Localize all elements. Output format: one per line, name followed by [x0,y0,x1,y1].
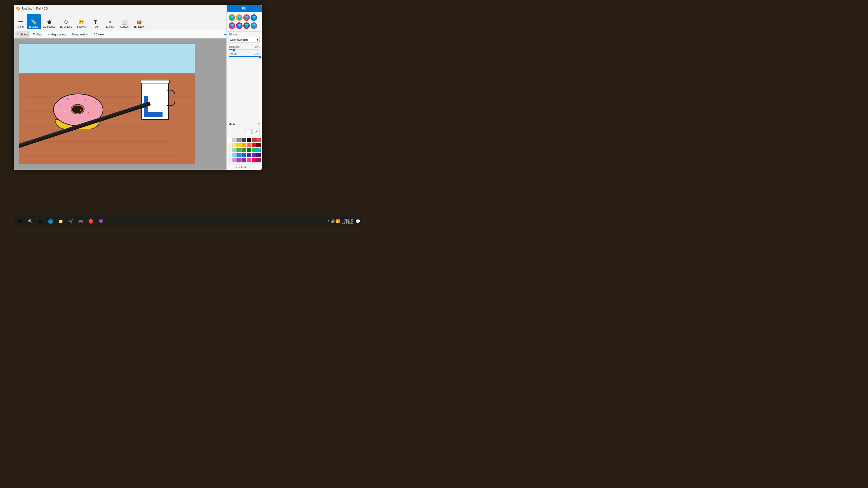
eyedropper-button[interactable]: 💉 [253,128,260,135]
swatch-beige[interactable] [228,143,232,147]
taskbar-store[interactable]: 🛒 [66,217,75,226]
taskbar-paint3d[interactable]: 🔴 [86,217,95,226]
grain-11 [19,156,177,157]
tab-stickers[interactable]: 😊 Stickers [74,14,88,29]
drawing-canvas[interactable] [19,43,195,164]
swatch-darkgray[interactable] [242,138,246,142]
opacity-handle[interactable] [258,55,261,59]
menu-button[interactable]: Menu [15,20,26,29]
swatch-mediumpurple[interactable] [237,158,242,162]
color-display[interactable] [246,128,253,135]
swatch-green[interactable] [237,148,242,152]
taskbar-taskview[interactable]: ⊡ [36,217,45,226]
grain-10 [33,149,174,149]
swatch-darkblue[interactable] [242,153,246,157]
swatch-violet[interactable] [242,158,246,162]
swatch-darkpink[interactable] [256,158,261,162]
sky-bg [19,44,195,74]
app-container: Menu ✏️ Brushes ⬟ 2D shapes ⬡ 3D shapes [14,12,262,170]
fill-type-dropdown[interactable]: Color (Default) ▾ [229,38,260,43]
right-panel: Fill 🪣 🪣 🪣 🪣 🪣 🪣 🪣 🪣 [226,38,262,170]
magic-select-label: Magic select [50,33,66,36]
ribbon: Menu ✏️ Brushes ⬟ 2D shapes ⬡ 3D shapes [14,12,262,38]
swatch-lavender[interactable] [228,158,232,162]
matte-section: Matte ▾ [227,121,262,127]
tolerance-label-row: Tolerance 15% [229,45,260,48]
taskbar-search[interactable]: 🔍 [26,217,35,226]
taskbar-explorer[interactable]: 📁 [56,217,65,226]
swatch-pink[interactable] [252,158,256,162]
swatch-gray[interactable] [237,138,242,142]
3d-shapes-icon: ⬡ [64,19,68,25]
3d-view-button[interactable]: 3D view [92,31,106,38]
toolbar-separator-2 [91,32,91,37]
canvas-area[interactable] [14,38,262,170]
add-color-button[interactable]: + + Add color [227,164,262,170]
swatch-red[interactable] [252,138,256,142]
3d-library-icon: 📦 [136,19,142,25]
swatch-black[interactable] [247,138,251,142]
tab-text[interactable]: T Text [89,14,103,29]
donut-dark-center [72,106,83,113]
tab-text-label: Text [93,25,98,28]
swatch-navyblue[interactable] [247,153,251,157]
tab-canvas-label: Canvas [120,25,129,28]
swatch-hotpink[interactable] [247,158,251,162]
swatch-cyan[interactable] [256,148,261,152]
swatch-lightgray[interactable] [232,138,237,142]
add-color-plus: + [236,166,238,169]
swatch-lightgreen2[interactable] [232,148,237,152]
swatch-tomato[interactable] [247,143,251,147]
tab-3d-library[interactable]: 📦 3D library [132,14,147,29]
opacity-value: 100% [253,53,260,55]
taskbar-start[interactable]: ⊞ [16,217,25,226]
zoom-minus[interactable]: — [219,32,223,36]
select-button[interactable]: ↖ Select [15,31,30,38]
swatch-darkgreen[interactable] [242,148,246,152]
tab-2d-shapes[interactable]: ⬟ 2D shapes [41,14,57,29]
swatch-crimson[interactable] [252,143,256,147]
app-title: Untitled* - Paint 3D [22,7,48,10]
beer-mug [142,80,169,120]
mixed-reality-button[interactable]: Mixed reality [70,31,90,38]
tab-canvas[interactable]: ⬜ Canvas [118,14,131,29]
taskbar-icon-8[interactable]: 💜 [96,217,105,226]
taskbar-edge[interactable]: 🌐 [46,217,55,226]
swatch-purple[interactable] [252,153,256,157]
crop-button[interactable]: ⊞ Crop [31,31,44,38]
tab-effects[interactable]: ✦ Effects [103,14,117,29]
swatch-khaki[interactable] [232,143,237,147]
swatch-darkgreen2[interactable] [247,148,251,152]
swatch-darkred[interactable] [256,143,261,147]
swatch-brightgreen[interactable] [252,148,256,152]
tab-brushes[interactable]: ✏️ Brushes [27,14,41,29]
opacity-slider[interactable] [229,56,260,57]
tab-3d-shapes[interactable]: ⬡ 3D shapes [58,14,74,29]
swatch-lightpurple[interactable] [232,158,237,162]
crop-label: Crop [36,33,42,36]
tolerance-section: Tolerance 15% [227,44,262,52]
swatch-darkpurple[interactable] [256,153,261,157]
swatch-lightgreen1[interactable] [228,148,232,152]
matte-arrow[interactable]: ▾ [258,123,260,126]
notification-icon[interactable]: 💬 [355,219,360,224]
swatch-lightred[interactable] [256,138,261,142]
clock-time: 4:58 PM [342,219,353,221]
tolerance-slider[interactable] [229,49,260,50]
tolerance-handle[interactable] [232,48,236,52]
app-body: Fill 🪣 🪣 🪣 🪣 🪣 🪣 🪣 🪣 [14,38,262,170]
taskbar-icons-tray: ∧ 🔊 📶 [327,219,340,223]
swatch-blue[interactable] [237,153,242,157]
swatch-gold[interactable] [237,143,242,147]
effects-icon: ✦ [108,19,112,25]
swatch-orange[interactable] [242,143,246,147]
taskbar-minecraft[interactable]: 🎮 [76,217,85,226]
opacity-label-row: Opacity 100% [229,53,260,55]
magic-select-button[interactable]: ✦ Magic select [45,31,68,38]
swatch-white[interactable] [228,138,232,142]
time-display[interactable]: 4:58 PM 12/5/2020 [342,219,353,224]
swatch-lightblue1[interactable] [228,153,232,157]
swatch-lightblue2[interactable] [232,153,237,157]
fill-type-value: Color (Default) [230,38,248,41]
select-icon: ↖ [17,33,19,36]
